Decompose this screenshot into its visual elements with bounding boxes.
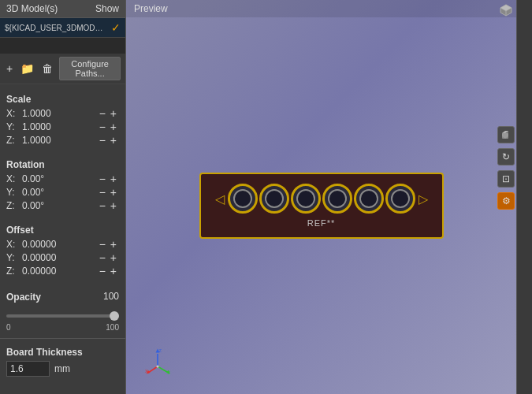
opacity-header: Opacity 100 [6,287,119,306]
svg-point-9 [156,365,158,367]
component-ref: REF** [307,218,336,228]
svg-text:Y: Y [167,370,170,375]
rotation-x-minus-button[interactable]: − [97,173,108,184]
axes-svg: X Y Z [142,344,173,376]
opacity-title: Opacity [6,292,41,303]
rotation-x-label: X: [6,173,22,184]
connector-pin-4 [322,184,352,214]
offset-x-minus-button[interactable]: − [97,239,108,250]
offset-z-plus-button[interactable]: + [108,266,119,277]
rotation-z-row: Z: 0.00° − + [6,200,119,211]
rotate-view-button[interactable]: ↻ [497,148,515,165]
preview-header: Preview [126,0,516,17]
offset-y-label: Y: [6,252,22,263]
board-thickness-row: mm [6,361,119,377]
board-thickness-section: Board Thickness mm [0,338,125,380]
offset-section: Offset X: 0.00000 − + Y: 0.00000 − + Z: … [0,218,125,284]
rotation-title: Rotation [6,159,119,170]
board-thickness-title: Board Thickness [6,347,119,358]
offset-z-row: Z: 0.00000 − + [6,266,119,277]
connector-pin-3 [291,184,321,214]
cube-view-button[interactable] [497,126,515,143]
scale-y-plus-button[interactable]: + [108,121,119,132]
rotation-y-row: Y: 0.00° − + [6,187,119,198]
opacity-value: 100 [103,291,119,302]
connector-left-arrow-icon: ◁ [215,191,225,206]
rotation-x-plus-button[interactable]: + [108,173,119,184]
component-wrapper: ◁ ▷ REF** [199,173,444,239]
rotation-y-minus-button[interactable]: − [97,187,108,198]
rotation-z-plus-button[interactable]: + [108,200,119,211]
delete-model-button[interactable]: 🗑 [40,61,54,76]
models-header: 3D Model(s) Show [0,0,125,18]
rotation-y-plus-button[interactable]: + [108,187,119,198]
left-panel: 3D Model(s) Show ${KICAD_USER_3DMODEL_DI… [0,0,126,394]
model-check-icon: ✓ [111,21,121,34]
zoom-fit-button[interactable]: ⊡ [497,170,515,188]
offset-x-value: 0.00000 [22,239,97,250]
scale-y-minus-button[interactable]: − [97,121,108,132]
opacity-slider[interactable] [6,314,119,318]
offset-y-minus-button[interactable]: − [97,252,108,263]
rotation-x-value: 0.00° [22,173,97,184]
settings-button[interactable]: ⚙ [497,192,515,210]
offset-x-plus-button[interactable]: + [108,239,119,250]
models-header-title: 3D Model(s) [6,3,58,14]
offset-y-row: Y: 0.00000 − + [6,252,119,263]
opacity-range-labels: 0 100 [6,323,119,332]
scale-z-plus-button[interactable]: + [108,135,119,146]
offset-title: Offset [6,225,119,236]
scale-x-minus-button[interactable]: − [97,108,108,119]
connector-row: ◁ ▷ [214,184,430,214]
preview-label: Preview [134,3,168,14]
scale-y-value: 1.0000 [22,121,97,132]
offset-z-value: 0.00000 [22,266,97,277]
scale-x-plus-button[interactable]: + [108,108,119,119]
scale-title: Scale [6,94,119,105]
offset-y-value: 0.00000 [22,252,97,263]
rotation-z-minus-button[interactable]: − [97,200,108,211]
rotation-y-value: 0.00° [22,187,97,198]
board-thickness-unit: mm [54,363,70,374]
opacity-min-label: 0 [6,323,11,332]
axes-indicator: X Y Z [142,344,173,378]
scale-x-value: 1.0000 [22,108,97,119]
offset-x-label: X: [6,239,22,250]
models-show-label: Show [95,3,119,14]
opacity-section: Opacity 100 0 100 [0,284,125,335]
right-toolbar [516,0,532,394]
rotation-x-row: X: 0.00° − + [6,173,119,184]
rotation-z-label: Z: [6,200,22,211]
svg-line-0 [148,366,158,373]
rotation-z-value: 0.00° [22,200,97,211]
svg-text:X: X [145,369,148,374]
scale-y-label: Y: [6,121,22,132]
model-file-path: ${KICAD_USER_3DMODEL_DIR}/J_header_6P_1x… [5,24,108,32]
scale-x-row: X: 1.0000 − + [6,108,119,119]
offset-x-row: X: 0.00000 − + [6,239,119,250]
scale-y-row: Y: 1.0000 − + [6,121,119,132]
folder-button[interactable]: 📁 [19,61,35,76]
3d-cube-icon[interactable] [499,3,513,17]
scale-x-label: X: [6,108,22,119]
connector-pin-6 [385,184,415,214]
board-thickness-input[interactable] [6,361,50,377]
models-section: 3D Model(s) Show ${KICAD_USER_3DMODEL_DI… [0,0,125,84]
connector-right-arrow-icon: ▷ [419,191,428,206]
configure-paths-button[interactable]: Configure Paths... [59,57,121,80]
connector-pin-5 [354,184,384,214]
preview-content[interactable]: ◁ ▷ REF** X Y [126,17,516,394]
scale-section: Scale X: 1.0000 − + Y: 1.0000 − + Z: 1.0… [0,84,125,153]
scale-z-minus-button[interactable]: − [97,135,108,146]
scale-z-value: 1.0000 [22,135,97,146]
model-file-row[interactable]: ${KICAD_USER_3DMODEL_DIR}/J_header_6P_1x… [0,18,125,38]
offset-z-label: Z: [6,266,22,277]
add-model-button[interactable]: + [5,61,14,76]
offset-y-plus-button[interactable]: + [108,252,119,263]
component-board: ◁ ▷ REF** [199,173,444,239]
offset-z-minus-button[interactable]: − [97,266,108,277]
side-icons-panel: ↻ ⊡ ⚙ [497,126,515,210]
opacity-max-label: 100 [106,323,119,332]
model-empty-row [0,38,125,54]
preview-area: Preview ◁ ▷ REF** [126,0,516,394]
